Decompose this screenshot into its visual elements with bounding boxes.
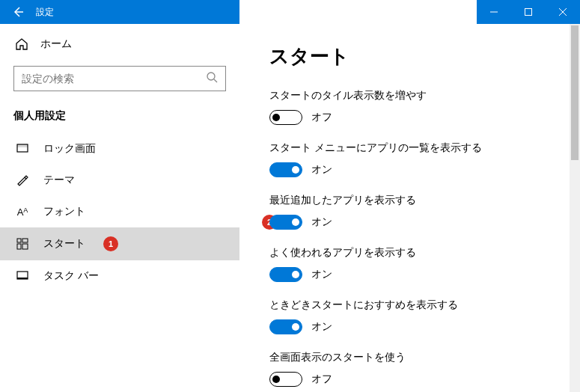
toggle-most-used[interactable] xyxy=(269,267,302,282)
titlebar-left: 設定 xyxy=(0,0,239,24)
theme-icon xyxy=(15,174,30,187)
arrow-left-icon xyxy=(12,6,24,18)
window-title: 設定 xyxy=(36,6,54,19)
svg-rect-4 xyxy=(17,239,21,242)
sidebar-item-label: テーマ xyxy=(43,174,75,187)
toggle-state: オン xyxy=(311,215,332,229)
toggle-state: オン xyxy=(311,268,332,281)
toggle-state: オン xyxy=(311,320,332,334)
svg-rect-7 xyxy=(22,244,28,249)
scrollbar-thumb[interactable] xyxy=(571,25,579,160)
sidebar-item-lockscreen[interactable]: ロック画面 xyxy=(0,133,239,165)
toggle-state: オフ xyxy=(311,111,332,124)
svg-rect-6 xyxy=(17,244,21,249)
svg-rect-0 xyxy=(525,9,532,16)
sidebar-item-taskbar[interactable]: タスク バー xyxy=(0,260,239,292)
setting-label: 最近追加したアプリを表示する xyxy=(269,194,550,207)
minimize-icon xyxy=(489,7,498,16)
maximize-button[interactable] xyxy=(511,0,546,24)
toggle-suggestions[interactable] xyxy=(269,319,302,334)
setting-label: ときどきスタートにおすすめを表示する xyxy=(269,298,550,312)
annotation-badge-1: 1 xyxy=(103,236,118,251)
home-label: ホーム xyxy=(40,37,72,51)
sidebar-item-label: スタート xyxy=(43,237,85,251)
toggle-recent-apps[interactable] xyxy=(269,215,302,230)
search-input[interactable] xyxy=(22,73,206,85)
toggle-state: オン xyxy=(311,163,332,177)
sidebar: ホーム 個人用設定 ロック画面 テーマ AA フォント xyxy=(0,24,239,392)
sidebar-item-label: フォント xyxy=(43,205,85,218)
setting-recent-apps: 最近追加したアプリを表示する 2 オン xyxy=(269,194,550,230)
lockscreen-icon xyxy=(15,142,30,156)
toggle-app-list[interactable] xyxy=(269,162,302,177)
setting-fullscreen-start: 全画面表示のスタートを使う オフ xyxy=(269,351,550,387)
toggle-fullscreen-start[interactable] xyxy=(269,372,302,387)
start-icon xyxy=(15,237,30,251)
section-header: 個人用設定 xyxy=(0,105,239,133)
svg-rect-5 xyxy=(22,239,28,242)
sidebar-item-font[interactable]: AA フォント xyxy=(0,196,239,227)
close-button[interactable] xyxy=(546,0,580,24)
setting-most-used: よく使われるアプリを表示する オン xyxy=(269,246,550,282)
svg-rect-3 xyxy=(17,144,28,147)
app-body: ホーム 個人用設定 ロック画面 テーマ AA フォント xyxy=(0,24,580,392)
home-icon xyxy=(15,37,28,51)
titlebar-whitespace xyxy=(239,0,477,24)
maximize-icon xyxy=(524,7,533,16)
setting-label: スタート メニューにアプリの一覧を表示する xyxy=(269,141,550,155)
font-icon: AA xyxy=(15,206,30,218)
toggle-state: オフ xyxy=(311,373,332,386)
setting-more-tiles: スタートのタイル表示数を増やす オフ xyxy=(269,89,550,125)
sidebar-item-start[interactable]: スタート 1 xyxy=(0,227,239,260)
search-icon xyxy=(206,71,218,86)
sidebar-item-label: ロック画面 xyxy=(43,142,96,156)
main-content: スタート スタートのタイル表示数を増やす オフ スタート メニューにアプリの一覧… xyxy=(239,24,580,392)
home-nav[interactable]: ホーム xyxy=(0,24,239,57)
svg-point-1 xyxy=(207,73,215,80)
setting-label: よく使われるアプリを表示する xyxy=(269,246,550,260)
back-button[interactable] xyxy=(0,0,36,24)
scrollbar[interactable] xyxy=(570,24,580,392)
sidebar-item-label: タスク バー xyxy=(43,269,99,283)
setting-label: 全画面表示のスタートを使う xyxy=(269,351,550,364)
setting-suggestions: ときどきスタートにおすすめを表示する オン xyxy=(269,298,550,334)
setting-app-list: スタート メニューにアプリの一覧を表示する オン xyxy=(269,141,550,177)
svg-rect-9 xyxy=(17,278,28,279)
minimize-button[interactable] xyxy=(477,0,511,24)
toggle-more-tiles[interactable] xyxy=(269,110,302,125)
setting-label: スタートのタイル表示数を増やす xyxy=(269,89,550,102)
titlebar: 設定 xyxy=(0,0,580,24)
sidebar-item-theme[interactable]: テーマ xyxy=(0,165,239,196)
search-box[interactable] xyxy=(13,66,226,91)
page-title: スタート xyxy=(269,43,550,70)
close-icon xyxy=(558,7,567,16)
taskbar-icon xyxy=(15,269,30,283)
